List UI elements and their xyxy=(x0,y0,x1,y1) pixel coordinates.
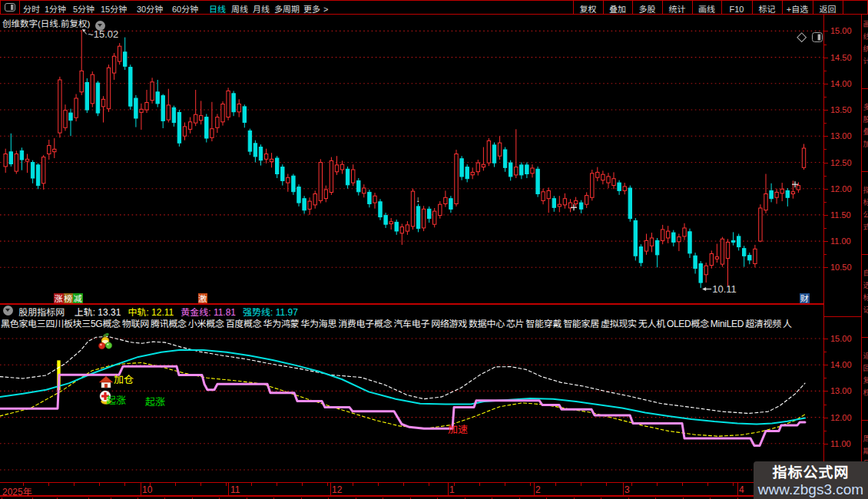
menu-item-分时[interactable]: 分时 xyxy=(23,3,40,15)
candle-body xyxy=(547,190,550,198)
menu-item-30分钟[interactable]: 30分钟 xyxy=(137,3,163,15)
candle-body xyxy=(515,167,518,175)
candle-body xyxy=(433,211,436,224)
axis-tick xyxy=(824,31,828,31)
sidebar-tab-clipped[interactable]: 多股叠加 xyxy=(864,101,868,150)
toolbar-button-返回[interactable]: 返回 xyxy=(813,3,843,15)
toolbar-button-画线[interactable]: 画线 xyxy=(692,3,721,15)
candle-body xyxy=(25,159,28,161)
toolbar-button-多股[interactable]: 多股 xyxy=(632,3,662,15)
candle-body xyxy=(579,203,582,209)
candlestick-chart[interactable]: ~15.0210.11↓ xyxy=(0,15,823,303)
axis-tick xyxy=(824,391,828,392)
top-menu-bar: 分时1分钟5分钟15分钟30分钟60分钟日线周线月线多周期更多> 复权叠加多股统… xyxy=(0,0,868,15)
candle-body xyxy=(623,187,626,191)
axis-tick xyxy=(824,84,828,84)
toolbar-button-F10[interactable]: F10 xyxy=(721,3,752,15)
candle-body xyxy=(292,176,295,192)
candle-body xyxy=(389,222,393,224)
month-separator xyxy=(534,483,535,495)
candle-body xyxy=(743,249,746,256)
menu-item-60分钟[interactable]: 60分钟 xyxy=(172,3,198,15)
indicator-axis-label: 12.00 xyxy=(830,413,852,422)
menu-item-周线[interactable]: 周线 xyxy=(231,3,248,15)
candle-body xyxy=(379,202,382,217)
sidebar-tab-clipped[interactable]: 画线统计 xyxy=(864,18,868,67)
candle-body xyxy=(330,160,333,192)
candle-body xyxy=(177,113,181,144)
axis-tick-minor xyxy=(824,176,827,177)
more-chevron-icon[interactable]: > xyxy=(323,3,328,15)
candle-body xyxy=(75,98,78,117)
candle-body xyxy=(58,80,61,133)
candle-body xyxy=(42,157,45,183)
candle-body xyxy=(422,209,425,228)
candle-body xyxy=(227,91,230,117)
sidebar-tab-clipped[interactable]: 指标公式 xyxy=(864,183,868,233)
panel-toggle-icon[interactable] xyxy=(5,3,15,12)
hl xyxy=(107,343,108,345)
menu-divider xyxy=(603,1,604,14)
month-separator xyxy=(330,483,331,495)
menu-item-日线[interactable]: 日线 xyxy=(209,3,226,15)
event-badge-涨[interactable]: 涨 xyxy=(54,293,64,304)
week-tick xyxy=(150,483,151,486)
axis-tick-minor xyxy=(824,405,827,405)
candle-body xyxy=(281,167,284,181)
candle-body xyxy=(107,68,110,108)
menu-item-更多[interactable]: 更多 xyxy=(303,3,320,15)
candle-body xyxy=(253,144,257,157)
candle-body xyxy=(101,99,104,107)
candle-body xyxy=(754,249,757,263)
candle-body xyxy=(259,147,262,160)
candle-body xyxy=(151,82,154,101)
week-tick xyxy=(733,483,734,486)
candle-body xyxy=(612,179,615,186)
week-tick xyxy=(23,483,24,486)
toolbar-button-标记[interactable]: 标记 xyxy=(752,3,782,15)
menu-item-15分钟[interactable]: 15分钟 xyxy=(101,3,127,15)
candle-body xyxy=(492,145,495,163)
event-badge-财[interactable]: 财 xyxy=(800,293,810,304)
candle-body xyxy=(161,96,164,121)
menu-item-5分钟[interactable]: 5分钟 xyxy=(73,3,94,15)
month-separator xyxy=(448,483,449,495)
high-price-label: ~15.02 xyxy=(88,28,118,40)
candle-body xyxy=(270,159,273,161)
event-badge-榜[interactable]: 榜 xyxy=(64,293,74,304)
candle-body xyxy=(428,209,431,218)
toolbar-button-叠加[interactable]: 叠加 xyxy=(603,3,632,15)
candle-body xyxy=(69,113,72,121)
toolbar-button-+自选[interactable]: +自选 xyxy=(782,3,813,15)
month-label-10: 10 xyxy=(142,484,152,495)
toolbar-button-复权[interactable]: 复权 xyxy=(573,3,603,15)
menu-item-1分钟[interactable]: 1分钟 xyxy=(45,3,66,15)
candle-body xyxy=(4,154,7,167)
right-sidebar-strip[interactable]: 画线统计多股叠加指标公式自选标记返回复权周期日线 xyxy=(861,15,868,496)
candle-body xyxy=(243,107,246,123)
sidebar-tab-clipped[interactable]: 自选标记 xyxy=(864,266,868,316)
candle-body xyxy=(688,232,691,253)
candle-body xyxy=(786,190,789,197)
toolbar-button-统计[interactable]: 统计 xyxy=(662,3,692,15)
sidebar-tab-clipped[interactable]: 返回复权 xyxy=(864,349,868,398)
event-badge-激[interactable]: 激 xyxy=(198,293,208,304)
candle-body xyxy=(112,56,115,73)
axis-tick xyxy=(824,136,828,137)
main-axis-label: 10.50 xyxy=(830,263,852,272)
week-tick xyxy=(99,483,100,486)
week-tick xyxy=(707,483,708,486)
candle-body xyxy=(563,199,566,205)
candle-body xyxy=(439,204,442,215)
axis-tick-minor xyxy=(824,254,827,255)
candle-body xyxy=(368,192,371,203)
event-badge-减[interactable]: 减 xyxy=(73,293,83,304)
menu-item-多周期[interactable]: 多周期 xyxy=(274,3,300,15)
ball-green xyxy=(105,342,111,349)
candle-body xyxy=(172,107,175,122)
axis-tick-minor xyxy=(824,45,827,45)
main-axis-label: 15.00 xyxy=(830,26,852,35)
menu-item-月线[interactable]: 月线 xyxy=(253,3,270,15)
chevron-down-icon[interactable] xyxy=(3,306,13,316)
axis-tick xyxy=(824,267,828,268)
